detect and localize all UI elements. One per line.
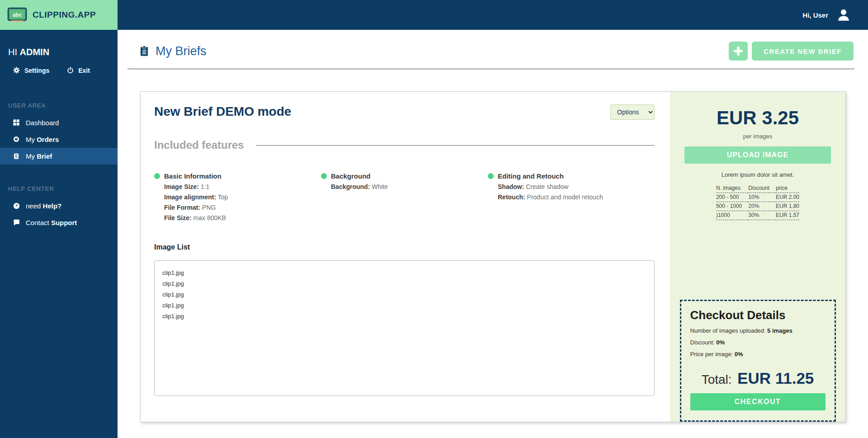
image-list-item[interactable]: clip1.jpg [155, 267, 654, 278]
image-listbox[interactable]: clip1.jpg clip1.jpg clip1.jpg clip1.jpg … [154, 260, 655, 396]
image-list-heading: Image List [154, 243, 655, 251]
feature-detail: File Format: PNG [164, 204, 321, 211]
feature-detail: File Size: max 800KB [164, 214, 321, 221]
clipboard-icon [138, 45, 150, 57]
table-header: N. images [716, 184, 748, 193]
price-per-image: EUR 3.25 [717, 107, 799, 129]
feature-detail: Image Size: 1:1 [164, 183, 321, 190]
image-list-item[interactable]: clip1.jpg [155, 289, 654, 300]
grid-icon [13, 119, 20, 127]
checkout-button[interactable]: CHECKOUT [690, 393, 826, 410]
sidebar-item-label: Dashboard [26, 119, 59, 127]
brand-logo[interactable]: abc CLIPPING.APP [0, 0, 118, 30]
gear-icon [13, 66, 20, 74]
sidebar: HI ADMIN [0, 30, 118, 438]
help-center-nav: ? need Help? Contact Support [0, 198, 118, 231]
image-list-item[interactable]: clip1.jpg [155, 278, 654, 289]
settings-button[interactable]: Settings [13, 66, 49, 74]
sidebar-admin-actions: Settings Exit [0, 66, 118, 74]
brief-card: New Brief DEMO mode Options Included fea… [140, 91, 846, 422]
sidebar-item-contact-support[interactable]: Contact Support [0, 214, 118, 231]
table-row: 200 - 50010%EUR 2.00 [716, 193, 799, 202]
app-window: abc CLIPPING.APP Hi, User HI ADMIN [0, 0, 868, 438]
feature-detail: Image alignment: Top [164, 193, 321, 201]
chalkboard-logo-icon: abc [7, 7, 27, 23]
exit-button[interactable]: Exit [66, 66, 90, 74]
sidebar-item-label: My Brief [26, 152, 52, 160]
exit-label: Exit [78, 67, 90, 74]
included-features-heading: Included features [154, 139, 244, 151]
feature-detail: Retouch: Product and model retouch [498, 193, 655, 201]
user-area-nav: Dashboard My Orders [0, 114, 118, 165]
feature-basic-information: Basic Information Image Size: 1:1 Image … [154, 172, 321, 221]
page-header: My Briefs CREATE NEW BRIEF [118, 30, 868, 66]
topbar: abc CLIPPING.APP Hi, User [0, 0, 868, 30]
discount-price-table: N. images Discount price 200 - 50010%EUR… [716, 184, 799, 220]
features-grid: Basic Information Image Size: 1:1 Image … [154, 172, 655, 221]
checkout-line-price-per-image: Price per image: 0% [690, 351, 826, 358]
table-row: )100030%EUR 1.57 [716, 211, 799, 220]
chat-bubble-icon [13, 219, 20, 226]
feature-detail: Background: White [331, 183, 488, 190]
image-list-item[interactable]: clip1.jpg [155, 311, 654, 321]
sidebar-item-dashboard[interactable]: Dashboard [0, 114, 118, 131]
user-area-section-title: USER AREA [0, 102, 118, 109]
header-divider [127, 69, 854, 69]
clipboard-icon [13, 152, 20, 160]
total-row: Total: EUR 11.25 [690, 369, 826, 387]
page-title: My Briefs [156, 44, 207, 58]
plus-icon [732, 45, 744, 57]
upload-image-button[interactable]: UPLOAD IMAGE [684, 146, 831, 164]
options-select[interactable]: Options [610, 104, 655, 120]
checkout-heading: Checkout Details [690, 308, 826, 322]
sidebar-item-label: Contact Support [26, 219, 77, 226]
table-row: 500 - 100020%EUR 1.80 [716, 202, 799, 211]
avatar-icon[interactable] [836, 8, 851, 22]
panel-note: Lorem ipsum dolor sit amet. [722, 171, 794, 178]
create-new-brief-button[interactable]: CREATE NEW BRIEF [752, 42, 854, 61]
total-label: Total: [702, 372, 732, 386]
price-caption: per images [743, 133, 772, 140]
green-dot-icon [154, 173, 160, 179]
brief-card-left: New Brief DEMO mode Options Included fea… [141, 92, 670, 422]
sidebar-item-my-brief[interactable]: My Brief [0, 148, 118, 165]
included-features-heading-row: Included features [154, 139, 655, 151]
sidebar-item-my-orders[interactable]: My Orders [0, 131, 118, 148]
green-dot-icon [321, 173, 327, 179]
brief-title: New Brief DEMO mode [154, 104, 291, 119]
question-circle-icon: ? [13, 202, 20, 210]
main-content: My Briefs CREATE NEW BRIEF [118, 30, 868, 438]
brand-name: CLIPPING.APP [33, 10, 96, 20]
green-dot-icon [488, 173, 494, 179]
sidebar-item-label: need Help? [26, 202, 61, 210]
sidebar-admin-greeting: HI ADMIN [0, 30, 118, 57]
power-icon [66, 66, 74, 74]
svg-text:abc: abc [13, 12, 22, 18]
user-greeting: Hi, User [802, 11, 828, 19]
feature-background: Background Background: White [321, 172, 488, 221]
total-value: EUR 11.25 [737, 369, 814, 387]
sidebar-item-label: My Orders [26, 136, 59, 143]
settings-label: Settings [24, 67, 49, 74]
feature-detail: Shadow: Create shadow [498, 183, 655, 190]
feature-editing-retouch: Editing and Retouch Shadow: Create shado… [488, 172, 655, 221]
checkout-line-images: Number of images uploaded: 5 images [690, 327, 826, 334]
disc-icon [13, 136, 20, 143]
checkout-details-box: Checkout Details Number of images upload… [680, 300, 836, 422]
image-list-item[interactable]: clip1.jpg [155, 300, 654, 311]
features-divider-line [256, 145, 655, 146]
add-brief-button[interactable] [729, 42, 748, 61]
checkout-line-discount: Discount: 0% [690, 339, 826, 346]
table-header: price [776, 184, 799, 193]
sidebar-item-need-help[interactable]: ? need Help? [0, 198, 118, 214]
topbar-right: Hi, User [118, 0, 868, 30]
svg-text:?: ? [15, 203, 18, 208]
table-header: Discount [748, 184, 776, 193]
pricing-panel: EUR 3.25 per images UPLOAD IMAGE Lorem i… [670, 92, 845, 422]
help-center-section-title: HELP CENTER [0, 185, 118, 192]
